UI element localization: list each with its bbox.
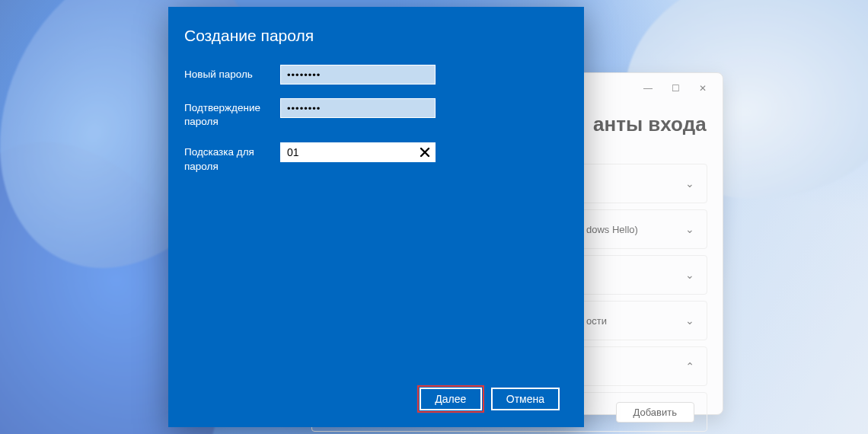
new-password-label: Новый пароль — [184, 65, 280, 81]
confirm-password-input[interactable] — [280, 98, 436, 118]
password-hint-label: Подсказка для пароля — [184, 142, 280, 173]
password-hint-input[interactable] — [280, 142, 436, 162]
dialog-title: Создание пароля — [184, 27, 560, 45]
confirm-password-label: Подтверждение пароля — [184, 98, 280, 129]
cancel-button[interactable]: Отмена — [491, 388, 560, 410]
clear-input-icon[interactable] — [417, 145, 432, 160]
new-password-input[interactable] — [280, 65, 436, 85]
next-button[interactable]: Далее — [420, 388, 482, 410]
create-password-dialog: Создание пароля Новый пароль Подтвержден… — [168, 7, 584, 427]
